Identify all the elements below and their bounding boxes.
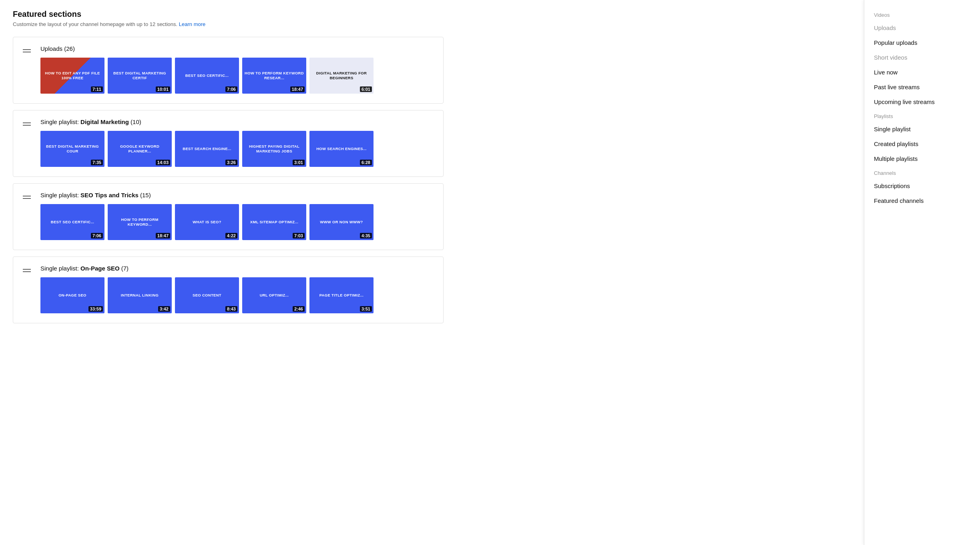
drag-handle-seo[interactable]	[21, 194, 32, 200]
dropdown-item-created-playlists[interactable]: Created playlists	[864, 136, 980, 151]
thumb-duration-dm-3: 3:26	[225, 160, 237, 165]
page-wrapper: Featured sections Customize the layout o…	[0, 0, 980, 545]
section-body-onpage: Single playlist: On-Page SEO (7) ON-PAGE…	[40, 265, 435, 313]
thumb-label-dm-4: HIGHEST PAYING DIGITAL MARKETING JOBS	[242, 142, 306, 156]
page-title: Featured sections	[13, 10, 444, 19]
drag-handle-uploads[interactable]	[21, 48, 32, 54]
thumb-duration-dm-4: 3:01	[293, 160, 305, 165]
thumb-4: HOW TO PERFORM KEYWORD RESEAR... 18:47	[242, 58, 306, 94]
thumbnails-row-onpage: ON-PAGE SEO 33:59 INTERNAL LINKING 3:42 …	[40, 277, 435, 313]
thumb-dm-2: GOOGLE KEYWORD PLANNER... 14:03	[108, 131, 172, 167]
thumb-duration-seo-5: 4:35	[360, 233, 372, 238]
thumb-op-2: INTERNAL LINKING 3:42	[108, 277, 172, 313]
learn-more-link[interactable]: Learn more	[179, 21, 205, 27]
drag-handle-dm[interactable]	[21, 121, 32, 127]
dropdown-item-featured-channels[interactable]: Featured channels	[864, 193, 980, 208]
thumb-label-5: DIGITAL MARKETING FOR BEGINNERS	[309, 69, 374, 82]
dropdown-playlists-header: Playlists	[864, 109, 980, 122]
thumb-duration-op-2: 3:42	[158, 306, 170, 312]
thumb-dm-5: HOW SEARCH ENGINES... 6:28	[309, 131, 374, 167]
thumb-duration-op-1: 33:59	[88, 306, 103, 312]
thumb-duration-2: 10:01	[156, 86, 170, 92]
thumbnails-row-uploads: HOW TO EDIT ANY PDF FILE 100% FREE 7:11 …	[40, 58, 435, 94]
thumb-op-5: PAGE TITLE OPTIMIZ... 3:51	[309, 277, 374, 313]
thumb-2: BEST DIGITAL MARKETING CERTIF 10:01	[108, 58, 172, 94]
thumb-dm-3: BEST SEARCH ENGINE... 3:26	[175, 131, 239, 167]
section-playlist-dm: Single playlist: Digital Marketing (10) …	[13, 110, 444, 177]
dropdown-videos-header: Videos	[864, 8, 980, 20]
thumb-duration-4: 18:47	[290, 86, 305, 92]
thumbnails-row-seo: BEST SEO CERTIFIC... 7:06 HOW TO PERFORM…	[40, 204, 435, 240]
thumb-duration-dm-2: 14:03	[156, 160, 170, 165]
thumb-label-4: HOW TO PERFORM KEYWORD RESEAR...	[242, 69, 306, 82]
thumb-duration-op-5: 3:51	[360, 306, 372, 312]
thumb-duration-dm-5: 6:28	[360, 160, 372, 165]
page-subtitle: Customize the layout of your channel hom…	[13, 21, 444, 27]
thumb-label-op-1: ON-PAGE SEO	[56, 291, 89, 299]
thumb-label-op-2: INTERNAL LINKING	[118, 291, 161, 299]
thumb-seo-2: HOW TO PERFORM KEYWORD... 18:47	[108, 204, 172, 240]
thumb-label-seo-1: BEST SEO CERTIFIC...	[48, 218, 96, 226]
section-title-onpage: Single playlist: On-Page SEO (7)	[40, 265, 435, 272]
thumb-1: HOW TO EDIT ANY PDF FILE 100% FREE 7:11	[40, 58, 104, 94]
thumb-label-op-5: PAGE TITLE OPTIMIZ...	[317, 291, 366, 299]
thumb-dm-1: BEST DIGITAL MARKETING COUR 7:35	[40, 131, 104, 167]
dropdown-channels-header: Channels	[864, 166, 980, 178]
thumb-label-seo-5: WWW OR NON WWW?	[317, 218, 365, 226]
dropdown-item-multiple-playlists[interactable]: Multiple playlists	[864, 151, 980, 166]
thumb-duration-seo-4: 7:03	[293, 233, 305, 238]
dropdown-item-past-live-streams[interactable]: Past live streams	[864, 80, 980, 94]
thumbnails-row-dm: BEST DIGITAL MARKETING COUR 7:35 GOOGLE …	[40, 131, 435, 167]
thumb-op-4: URL OPTIMIZ... 2:46	[242, 277, 306, 313]
thumb-label-3: BEST SEO CERTIFIC...	[183, 72, 231, 80]
thumb-duration-seo-2: 18:47	[156, 233, 170, 238]
thumb-seo-4: XML SITEMAP OPTIMIZ... 7:03	[242, 204, 306, 240]
thumb-label-op-3: SEO CONTENT	[190, 291, 224, 299]
thumb-label-dm-5: HOW SEARCH ENGINES...	[314, 145, 369, 153]
thumb-label-seo-3: WHAT IS SEO?	[190, 218, 224, 226]
thumb-label-dm-3: BEST SEARCH ENGINE...	[180, 145, 233, 153]
section-title-dm: Single playlist: Digital Marketing (10)	[40, 118, 435, 125]
dropdown-item-popular-uploads[interactable]: Popular uploads	[864, 35, 980, 50]
thumb-seo-3: WHAT IS SEO? 4:22	[175, 204, 239, 240]
thumb-op-1: ON-PAGE SEO 33:59	[40, 277, 104, 313]
thumb-duration-op-4: 2:46	[293, 306, 305, 312]
thumb-duration-seo-3: 4:22	[225, 233, 237, 238]
thumb-duration-5: 6:01	[360, 86, 372, 92]
thumb-dm-4: HIGHEST PAYING DIGITAL MARKETING JOBS 3:…	[242, 131, 306, 167]
thumb-3: BEST SEO CERTIFIC... 7:06	[175, 58, 239, 94]
thumb-5: DIGITAL MARKETING FOR BEGINNERS 6:01	[309, 58, 374, 94]
dropdown-panel: Videos Uploads Popular uploads Short vid…	[864, 0, 980, 545]
drag-handle-onpage[interactable]	[21, 267, 32, 274]
subtitle-text: Customize the layout of your channel hom…	[13, 21, 179, 27]
dropdown-item-live-now[interactable]: Live now	[864, 65, 980, 80]
section-body-uploads: Uploads (26) HOW TO EDIT ANY PDF FILE 10…	[40, 45, 435, 94]
section-title-uploads: Uploads (26)	[40, 45, 435, 52]
thumb-duration-seo-1: 7:06	[91, 233, 103, 238]
thumb-label-seo-4: XML SITEMAP OPTIMIZ...	[248, 218, 301, 226]
thumb-duration-3: 7:06	[225, 86, 237, 92]
section-body-seo: Single playlist: SEO Tips and Tricks (15…	[40, 192, 435, 240]
thumb-seo-1: BEST SEO CERTIFIC... 7:06	[40, 204, 104, 240]
dropdown-item-upcoming-live-streams[interactable]: Upcoming live streams	[864, 94, 980, 109]
thumb-label-dm-1: BEST DIGITAL MARKETING COUR	[40, 142, 104, 156]
section-body-dm: Single playlist: Digital Marketing (10) …	[40, 118, 435, 167]
thumb-duration-1: 7:11	[91, 86, 103, 92]
section-playlist-seo: Single playlist: SEO Tips and Tricks (15…	[13, 183, 444, 250]
thumb-seo-5: WWW OR NON WWW? 4:35	[309, 204, 374, 240]
thumb-label-1: HOW TO EDIT ANY PDF FILE 100% FREE	[40, 69, 104, 82]
thumb-duration-op-3: 8:43	[225, 306, 237, 312]
section-title-seo: Single playlist: SEO Tips and Tricks (15…	[40, 192, 435, 198]
thumb-label-2: BEST DIGITAL MARKETING CERTIF	[108, 69, 172, 82]
dropdown-item-uploads: Uploads	[864, 20, 980, 35]
dropdown-item-short-videos: Short videos	[864, 50, 980, 65]
thumb-label-dm-2: GOOGLE KEYWORD PLANNER...	[108, 142, 172, 156]
dropdown-item-single-playlist[interactable]: Single playlist	[864, 122, 980, 136]
thumb-label-op-4: URL OPTIMIZ...	[257, 291, 291, 299]
thumb-op-3: SEO CONTENT 8:43	[175, 277, 239, 313]
thumb-duration-dm-1: 7:35	[91, 160, 103, 165]
section-uploads: Uploads (26) HOW TO EDIT ANY PDF FILE 10…	[13, 37, 444, 104]
dropdown-item-subscriptions[interactable]: Subscriptions	[864, 178, 980, 193]
thumb-label-seo-2: HOW TO PERFORM KEYWORD...	[108, 216, 172, 229]
section-playlist-onpage: Single playlist: On-Page SEO (7) ON-PAGE…	[13, 256, 444, 323]
